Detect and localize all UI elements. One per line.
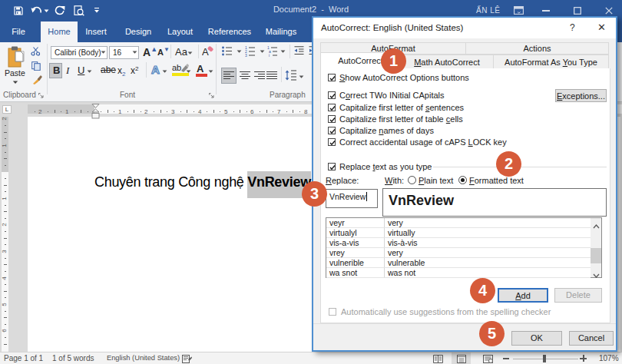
svg-text:3: 3 [245,53,247,57]
svg-text:i: i [269,53,270,57]
svg-text:A: A [202,46,209,58]
